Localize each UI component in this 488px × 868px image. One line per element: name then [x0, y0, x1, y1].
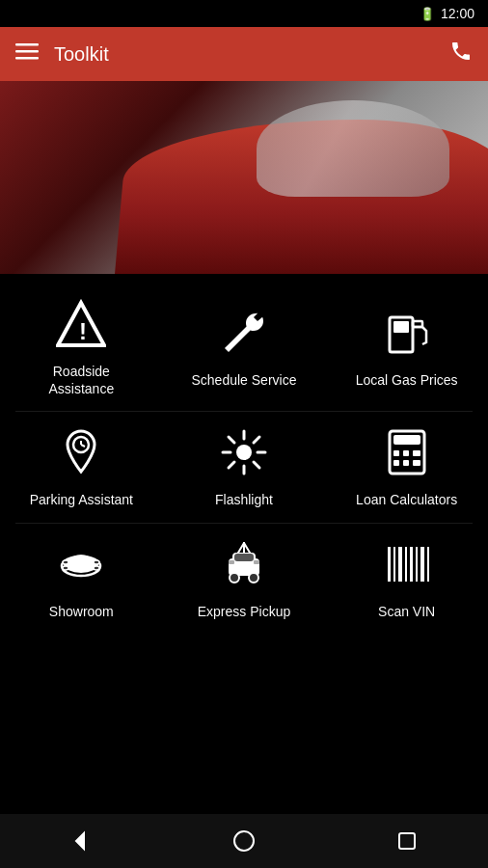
parking-assistant-item[interactable]: Parking Assistant	[4, 421, 158, 508]
showroom-icon	[50, 533, 112, 595]
express-pickup-icon	[213, 533, 275, 595]
svg-point-45	[230, 573, 239, 583]
svg-rect-51	[410, 547, 413, 582]
schedule-service-item[interactable]: Schedule Service	[167, 302, 321, 389]
schedule-service-label: Schedule Service	[192, 371, 297, 389]
svg-rect-52	[416, 547, 418, 582]
battery-icon: 🔋	[420, 7, 435, 21]
svg-line-11	[81, 445, 85, 447]
express-pickup-label: Express Pickup	[198, 603, 290, 620]
svg-rect-44	[254, 560, 259, 564]
scan-vin-item[interactable]: Scan VIN	[330, 533, 484, 620]
svg-line-20	[229, 462, 234, 468]
roadside-assistance-label: RoadsideAssistance	[48, 363, 114, 397]
toolkit-grid: ! RoadsideAssistance Schedule Service	[0, 274, 488, 634]
scan-vin-icon	[376, 533, 438, 595]
svg-line-17	[229, 437, 234, 443]
status-bar: 🔋 12:00	[0, 0, 488, 27]
svg-rect-26	[393, 460, 399, 466]
svg-rect-49	[398, 547, 402, 582]
grid-row-2: Parking Assistant Flashlight	[0, 412, 488, 522]
flashlight-label: Flashlight	[215, 491, 273, 508]
svg-point-46	[249, 573, 258, 583]
svg-rect-2	[15, 57, 39, 60]
svg-point-34	[94, 566, 99, 570]
svg-rect-24	[403, 450, 409, 456]
loan-calculators-icon	[376, 421, 438, 483]
svg-rect-27	[403, 460, 409, 466]
parking-assistant-icon	[50, 421, 112, 483]
svg-point-31	[64, 556, 98, 573]
home-button[interactable]	[215, 822, 273, 860]
scan-vin-label: Scan VIN	[378, 603, 435, 620]
phone-icon[interactable]	[449, 40, 473, 68]
svg-rect-22	[393, 435, 420, 445]
svg-rect-50	[405, 547, 407, 582]
local-gas-prices-icon	[376, 302, 438, 364]
svg-rect-1	[15, 50, 39, 53]
svg-point-36	[94, 560, 99, 564]
local-gas-prices-label: Local Gas Prices	[356, 371, 458, 389]
local-gas-prices-item[interactable]: Local Gas Prices	[330, 302, 484, 389]
back-button[interactable]	[52, 822, 110, 860]
bottom-nav	[0, 814, 488, 868]
svg-rect-47	[388, 547, 391, 582]
roadside-assistance-item[interactable]: ! RoadsideAssistance	[4, 293, 158, 397]
flashlight-icon	[213, 421, 275, 483]
svg-point-56	[234, 831, 254, 851]
parking-assistant-label: Parking Assistant	[30, 491, 133, 508]
svg-rect-42	[234, 554, 254, 561]
svg-rect-43	[229, 560, 234, 564]
express-pickup-item[interactable]: Express Pickup	[167, 533, 321, 620]
svg-rect-0	[15, 43, 39, 46]
svg-rect-28	[413, 460, 420, 466]
svg-marker-55	[76, 833, 84, 849]
loan-calculators-label: Loan Calculators	[356, 491, 457, 508]
hero-image	[0, 81, 488, 274]
flashlight-item[interactable]: Flashlight	[167, 421, 321, 508]
svg-point-33	[63, 566, 68, 570]
loan-calculators-item[interactable]: Loan Calculators	[330, 421, 484, 508]
grid-row-1: ! RoadsideAssistance Schedule Service	[0, 284, 488, 411]
svg-rect-6	[393, 321, 409, 333]
app-bar: Toolkit	[0, 27, 488, 81]
svg-rect-53	[420, 547, 424, 582]
time-display: 12:00	[441, 6, 474, 21]
svg-rect-48	[393, 547, 395, 582]
svg-rect-25	[413, 450, 420, 456]
svg-rect-57	[399, 833, 415, 849]
roadside-assistance-icon: !	[50, 293, 112, 355]
svg-rect-54	[427, 547, 429, 582]
grid-row-3: Showroom	[0, 524, 488, 634]
svg-line-18	[254, 462, 259, 468]
menu-icon[interactable]	[15, 40, 39, 68]
showroom-label: Showroom	[49, 603, 114, 620]
schedule-service-icon	[213, 302, 275, 364]
svg-text:!: !	[79, 318, 87, 344]
svg-rect-23	[393, 450, 399, 456]
svg-point-35	[63, 560, 68, 564]
svg-point-12	[236, 445, 252, 460]
recent-button[interactable]	[378, 822, 436, 860]
app-title: Toolkit	[54, 43, 449, 66]
svg-line-19	[254, 437, 259, 443]
showroom-item[interactable]: Showroom	[4, 533, 158, 620]
